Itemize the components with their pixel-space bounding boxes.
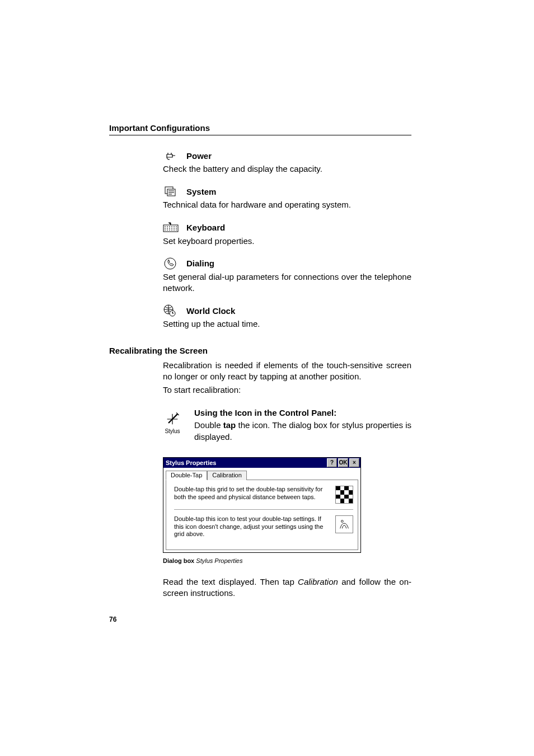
config-item-keyboard: Keyboard Set keyboard properties.	[163, 221, 411, 247]
dialog-titlebar: Stylus Properties ? OK ×	[163, 458, 360, 468]
config-item-world-clock: World Clock Setting up the actual time.	[163, 304, 411, 330]
ok-button[interactable]: OK	[338, 458, 348, 467]
dialog-title: Stylus Properties	[165, 459, 326, 466]
config-item-dialing: Dialing Set general dial-up parameters f…	[163, 257, 411, 294]
double-tap-grid[interactable]	[335, 486, 353, 504]
recalibrating-heading: Recalibrating the Screen	[109, 346, 411, 355]
tab-double-tap[interactable]: Double-Tap	[166, 471, 207, 480]
page-number: 76	[109, 616, 116, 623]
phone-icon	[163, 257, 179, 270]
text-italic: Calibration	[298, 577, 338, 586]
stylus-heading: Using the Icon in the Control Panel:	[194, 408, 411, 417]
close-button[interactable]: ×	[349, 458, 359, 467]
keyboard-icon	[163, 221, 179, 234]
item-label: World Clock	[186, 306, 235, 316]
figure-caption: Dialog box Stylus Properties	[163, 557, 411, 564]
stylus-body: Double tap the icon. The dialog box for …	[194, 420, 411, 443]
help-button[interactable]: ?	[327, 458, 337, 467]
item-desc: Technical data for hardware and operatin…	[163, 199, 411, 210]
text: Double	[194, 420, 223, 430]
final-instruction: Read the text displayed. Then tap Calibr…	[163, 576, 411, 599]
tab-panel: Double-tap this grid to set the double-t…	[166, 480, 358, 550]
item-desc: Set general dial-up parameters for conne…	[163, 271, 411, 294]
svg-point-6	[341, 520, 344, 522]
caption-italic: Stylus Properties	[196, 557, 242, 564]
divider	[174, 509, 353, 510]
dialog-instruction-1: Double-tap this grid to set the double-t…	[174, 486, 330, 501]
tab-calibration[interactable]: Calibration	[207, 471, 247, 480]
item-label: Power	[186, 151, 212, 161]
config-item-system: System Technical data for hardware and o…	[163, 185, 411, 210]
dialog-stylus-properties: Stylus Properties ? OK × Double-Tap Cali…	[163, 457, 361, 553]
dialog-instruction-2: Double-tap this icon to test your double…	[174, 515, 330, 538]
caption-bold: Dialog box	[163, 557, 194, 564]
power-plug-icon	[163, 149, 179, 162]
text: Read the text displayed. Then tap	[163, 577, 298, 586]
stylus-control-panel-icon: Stylus	[163, 411, 182, 443]
double-tap-test-icon[interactable]	[335, 515, 353, 533]
item-label: Dialing	[186, 259, 214, 268]
item-desc: Set keyboard properties.	[163, 236, 411, 247]
item-desc: Setting up the actual time.	[163, 318, 411, 330]
stylus-icon-caption: Stylus	[165, 428, 180, 434]
item-label: Keyboard	[186, 223, 225, 232]
section-header: Important Configurations	[109, 123, 411, 135]
item-label: System	[186, 187, 216, 196]
config-item-power: Power Check the battery and display the …	[163, 149, 411, 175]
globe-clock-icon	[163, 304, 179, 317]
recal-paragraph-1: Recalibration is needed if elements of t…	[163, 360, 411, 383]
text-bold: tap	[223, 420, 236, 430]
item-desc: Check the battery and display the capaci…	[163, 163, 411, 175]
system-icon	[163, 185, 179, 198]
recal-paragraph-2: To start recalibration:	[163, 384, 411, 396]
